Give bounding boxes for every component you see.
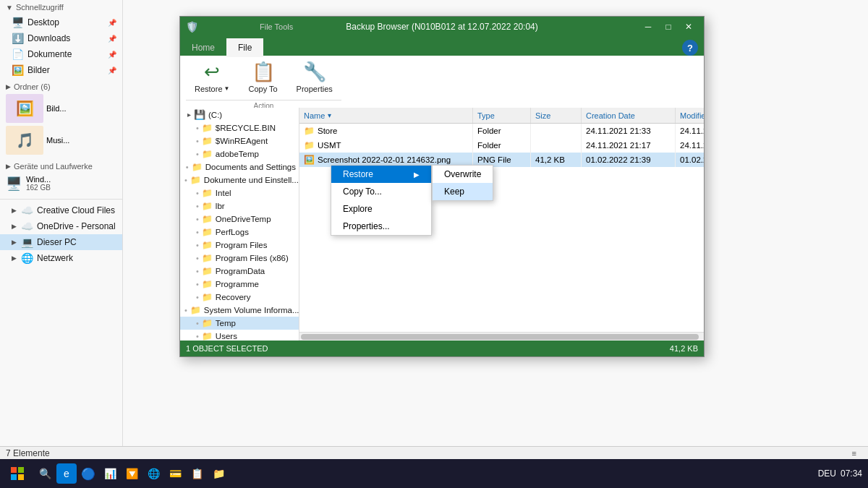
tab-file[interactable]: File xyxy=(226,38,263,57)
col-created-header[interactable]: Creation Date xyxy=(582,108,676,123)
tree-item-dokumente[interactable]: • 📁 Dokumente und Einstell... xyxy=(180,174,299,187)
maximize-button[interactable]: □ xyxy=(659,20,678,34)
help-button[interactable]: ? xyxy=(679,40,698,56)
sidebar-item-onedrive[interactable]: ▶ ☁️ OneDrive - Personal xyxy=(0,218,122,234)
tree-item-winreagent[interactable]: • 📁 $WinREAgent xyxy=(180,134,299,147)
close-button[interactable]: ✕ xyxy=(679,20,698,34)
tab-home-label: Home xyxy=(192,43,215,53)
taskbar-icon-1[interactable]: 📊 xyxy=(100,463,120,484)
tree-item-programme[interactable]: • 📁 Programme xyxy=(180,278,299,291)
tree-dash: • xyxy=(196,202,199,210)
ribbon-tabs: Home File ? xyxy=(180,37,704,56)
properties-button[interactable]: 🔧 Properties xyxy=(288,53,341,100)
taskbar-icon-2[interactable]: 🔽 xyxy=(122,463,142,484)
tree-dash: • xyxy=(196,150,199,158)
taskbar-icon-5[interactable]: 📋 xyxy=(187,463,207,484)
taskbar-icon-6[interactable]: 📁 xyxy=(208,463,229,484)
musik-folder[interactable]: 🎵 Musi... xyxy=(0,124,122,156)
restore-button[interactable]: ↩ Restore ▼ xyxy=(186,53,238,100)
tree-label-programme: Programme xyxy=(216,280,259,288)
explorer-status-bar: 7 Elemente ≡ xyxy=(0,446,868,459)
tree-label-system-volume: System Volume Informa... xyxy=(204,306,299,314)
tree-item-onedrivetemp[interactable]: • 📁 OneDriveTemp xyxy=(180,213,299,226)
restore-label: Restore ▼ xyxy=(195,85,229,93)
folder-icon: 📁 xyxy=(202,279,213,289)
file-name-store: 📁 Store xyxy=(299,124,473,138)
tree-item-adobetemp[interactable]: • 📁 adobeTemp xyxy=(180,147,299,160)
ordner-label: Ordner (6) xyxy=(14,82,51,91)
tree-item-program-files-x86[interactable]: • 📁 Program Files (x86) xyxy=(180,252,299,265)
ctx-item-properties[interactable]: Properties... xyxy=(331,218,431,235)
tree-item-system-volume[interactable]: • 📁 System Volume Informa... xyxy=(180,304,299,317)
col-size-header[interactable]: Size xyxy=(531,108,582,123)
h-scroll-thumb[interactable] xyxy=(301,334,699,340)
tree-dash: • xyxy=(196,228,199,236)
svg-rect-0 xyxy=(11,467,17,473)
desktop-label: Desktop xyxy=(27,17,59,27)
restore-arrow: ▼ xyxy=(224,85,230,92)
tree-item-perflogs[interactable]: • 📁 PerfLogs xyxy=(180,226,299,239)
tree-item-documents[interactable]: • 📁 Documents and Settings xyxy=(180,160,299,174)
tree-dash: • xyxy=(196,137,199,145)
tree-item-lbr[interactable]: • 📁 lbr xyxy=(180,200,299,213)
sidebar-item-bilder[interactable]: 🖼️ Bilder 📌 xyxy=(0,62,122,78)
taskbar-icon-4[interactable]: 💳 xyxy=(165,463,185,484)
copy-icon: 📋 xyxy=(252,61,275,83)
folder-icon: 📁 xyxy=(202,253,213,263)
tree-item-users[interactable]: • 📁 Users xyxy=(180,330,299,341)
sidebar-item-dieser-pc[interactable]: ▶ 💻 Dieser PC xyxy=(0,234,122,250)
folder-icon: 📁 xyxy=(304,140,315,150)
windows-logo-icon xyxy=(11,467,24,480)
bilder-icon: 🖼️ xyxy=(12,64,23,76)
edge-button[interactable]: e xyxy=(56,463,77,484)
ribbon-content: ↩ Restore ▼ 📋 Copy To 🔧 Properties xyxy=(180,56,704,108)
ctx-explore-label: Explore xyxy=(343,204,373,214)
col-modified-header[interactable]: Modified Date xyxy=(676,108,704,123)
window-icon: 🛡️ xyxy=(186,21,197,33)
tree-pane[interactable]: ▸ 💾 (C:) • 📁 $RECYCLE.BIN • 📁 $WinREAgen… xyxy=(180,108,299,341)
bilder-folder[interactable]: 🖼️ Bild... xyxy=(0,93,122,124)
file-row-usmt[interactable]: 📁 USMT Folder 24.11.2021 21:17 24.11.202… xyxy=(299,138,704,153)
sub-keep-label: Keep xyxy=(444,187,464,197)
bilder-thumb: 🖼️ xyxy=(6,94,43,123)
sidebar-item-creative-cloud[interactable]: ▶ ☁️ Creative Cloud Files xyxy=(0,202,122,218)
tab-home[interactable]: Home xyxy=(180,38,226,57)
sub-ctx-keep[interactable]: Keep xyxy=(433,183,493,200)
file-row-store[interactable]: 📁 Store Folder 24.11.2021 21:33 24.11.20… xyxy=(299,124,704,138)
folder-icon: 📁 xyxy=(202,201,213,211)
search-taskbar-button[interactable]: 🔍 xyxy=(35,463,55,484)
ctx-item-copy-to[interactable]: Copy To... xyxy=(331,183,431,200)
file-created-usmt: 24.11.2021 21:17 xyxy=(582,138,676,153)
ctx-item-explore[interactable]: Explore xyxy=(331,200,431,218)
properties-label: Properties xyxy=(297,85,333,93)
tree-label-program-files: Program Files xyxy=(216,241,268,249)
sidebar-item-dokumente[interactable]: 📄 Dokumente 📌 xyxy=(0,46,122,62)
col-name-header[interactable]: Name ▾ xyxy=(299,108,473,123)
dokumente-icon: 📄 xyxy=(12,48,23,60)
chrome-button[interactable]: 🔵 xyxy=(78,463,98,484)
folder-icon: 📁 xyxy=(202,123,213,133)
tree-item-recovery[interactable]: • 📁 Recovery xyxy=(180,291,299,304)
sidebar-item-downloads[interactable]: ⬇️ Downloads 📌 xyxy=(0,30,122,46)
tree-item-recycle[interactable]: • 📁 $RECYCLE.BIN xyxy=(180,121,299,134)
tree-item-programdata[interactable]: • 📁 ProgramData xyxy=(180,265,299,278)
sidebar-item-desktop[interactable]: 🖥️ Desktop 📌 xyxy=(0,14,122,30)
minimize-button[interactable]: ─ xyxy=(639,20,658,34)
file-created-screenshot: 01.02.2022 21:39 xyxy=(582,153,676,167)
horizontal-scrollbar[interactable] xyxy=(299,332,704,341)
start-button[interactable] xyxy=(6,462,29,485)
geraete-label: Geräte und Laufwerke xyxy=(14,162,93,171)
taskbar-icon-3[interactable]: 🌐 xyxy=(143,463,163,484)
tree-label-c: (C:) xyxy=(208,111,222,119)
sub-ctx-overwrite[interactable]: Overwrite xyxy=(433,166,493,183)
tree-item-program-files[interactable]: • 📁 Program Files xyxy=(180,239,299,252)
tree-item-intel[interactable]: • 📁 Intel xyxy=(180,187,299,200)
copy-to-button[interactable]: 📋 Copy To xyxy=(239,53,286,100)
ctx-item-restore[interactable]: Restore ▶ xyxy=(331,166,431,183)
tree-item-temp[interactable]: • 📁 Temp xyxy=(180,317,299,330)
help-icon[interactable]: ? xyxy=(682,40,698,56)
col-type-header[interactable]: Type xyxy=(473,108,531,123)
device-windows[interactable]: 🖥️ Wind... 162 GB xyxy=(0,174,122,193)
tree-item-c[interactable]: ▸ 💾 (C:) xyxy=(180,108,299,121)
sidebar-item-netzwerk[interactable]: ▶ 🌐 Netzwerk xyxy=(0,250,122,266)
